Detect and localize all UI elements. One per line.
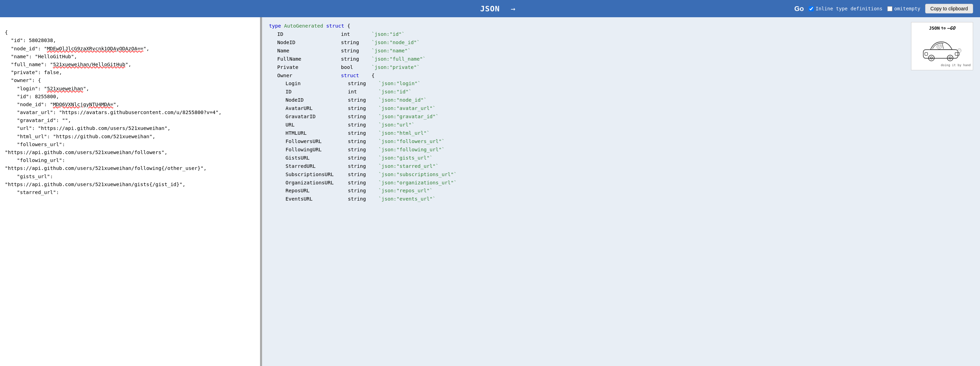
go-tag-nodeid: `json:"node_id"`: [371, 40, 420, 45]
svg-point-13: [960, 50, 960, 50]
json-value: "HelloGitHub": [35, 54, 74, 59]
go-field-organizationsurl: OrganizationsURL: [269, 179, 345, 187]
go-tag-eventsurl: `json:"events_url"`: [378, 196, 436, 201]
json-value: false: [44, 70, 59, 75]
omitempty-checkbox[interactable]: [887, 6, 892, 11]
go-type-string9: string: [348, 129, 375, 138]
go-field-nodeid: NodeID: [269, 39, 338, 47]
go-field-owner-nodeid: NodeID: [269, 96, 345, 105]
go-field-avatarurl: AvatarURL: [269, 105, 345, 113]
go-type-string16: string: [348, 187, 375, 195]
go-field-owner-id: ID: [269, 88, 345, 96]
svg-rect-2: [955, 53, 960, 55]
json-value: "MDQ6VXNlcjgyNTU4MDA=": [50, 102, 116, 107]
json-brace: {: [5, 30, 8, 35]
go-button[interactable]: Go: [794, 5, 804, 13]
go-tag-url: `json:"url"`: [378, 122, 414, 128]
go-type-string17: string: [348, 195, 375, 203]
go-struct-keyword: struct: [326, 23, 344, 29]
go-tag-subscriptionsurl: `json:"subscriptions_url"`: [378, 172, 457, 177]
go-tag-name: `json:"name"`: [371, 48, 411, 54]
inline-type-definitions-label[interactable]: Inline type definitions: [809, 6, 882, 11]
go-type-string4: string: [348, 79, 375, 88]
go-owner-brace: {: [371, 73, 374, 78]
json-value: "https://api.github.com/users/521xueweih…: [38, 125, 167, 131]
header: JSON → Go Inline type definitions omitem…: [0, 0, 980, 17]
go-field-login: Login: [269, 79, 345, 88]
go-tag-gravatarId: `json:"gravatar_id"`: [378, 114, 439, 119]
svg-point-9: [938, 46, 939, 46]
go-tag-starredurl: `json:"starred_url"`: [378, 163, 439, 169]
go-type-int: int: [341, 30, 369, 39]
json-key: "login": [17, 86, 38, 91]
go-type-string14: string: [348, 171, 375, 179]
go-type-string6: string: [348, 105, 375, 113]
json-key: "gists_url": [17, 174, 50, 179]
go-field-gravatarId: GravatarID: [269, 113, 345, 121]
omitempty-label[interactable]: omitempty: [887, 6, 920, 11]
go-tag-gistsurl: `json:"gists_url"`: [378, 155, 433, 161]
go-field-id: ID: [269, 30, 338, 39]
go-type-string3: string: [341, 55, 369, 63]
json-key: "id": [17, 94, 29, 99]
go-tag-followingurl: `json:"following_url"`: [378, 147, 444, 152]
go-tag-owner-nodeid: `json:"node_id"`: [378, 97, 426, 103]
arrow-icon: →: [511, 5, 515, 13]
logo-car-illustration: [916, 34, 968, 63]
go-type-string: string: [341, 39, 369, 47]
go-tag-login: `json:"login"`: [378, 81, 420, 86]
json-value: "521xueweihan": [44, 86, 86, 91]
json-input-panel[interactable]: { "id": 58028038, "node_id": "MDEwOlJlcG…: [0, 17, 262, 366]
json-key: "name": [11, 54, 29, 59]
go-field-subscriptionsurl: SubscriptionsURL: [269, 171, 345, 179]
json-key: "full_name": [11, 62, 44, 67]
copy-to-clipboard-button[interactable]: Copy to clipboard: [925, 4, 973, 13]
go-tag-fullname: `json:"full_name"`: [371, 56, 426, 62]
go-type-keyword: type: [269, 23, 281, 29]
go-type-string15: string: [348, 179, 375, 187]
json-key: "avatar_url": [17, 109, 53, 115]
go-field-owner: Owner: [269, 72, 338, 80]
json-key: "node_id": [17, 102, 44, 107]
json-key: "id": [11, 38, 23, 43]
go-struct-output: type AutoGenerated struct { ID int `json…: [269, 22, 973, 203]
go-type-string7: string: [348, 113, 375, 121]
json-value: "https://github.com/521xueweihan": [53, 134, 153, 139]
go-type-struct: struct: [341, 72, 369, 80]
inline-type-definitions-checkbox[interactable]: [809, 6, 814, 11]
go-field-eventsurl: EventsURL: [269, 195, 345, 203]
go-tag-id: `json:"id"`: [371, 32, 404, 37]
go-field-followersurl: FollowersURL: [269, 138, 345, 146]
json-key: "private": [11, 70, 38, 75]
go-field-gistsurl: GistsURL: [269, 154, 345, 162]
omitempty-label-text: omitempty: [894, 6, 920, 11]
logo-tagline: doing it by hand: [913, 63, 971, 68]
go-field-fullname: FullName: [269, 55, 338, 63]
go-type-string12: string: [348, 154, 375, 162]
page-title: JSON: [480, 5, 500, 13]
svg-point-4: [929, 55, 934, 61]
json-key: "html_url": [17, 134, 47, 139]
go-struct-name: AutoGenerated: [284, 23, 326, 29]
json-key: "gravatar_id": [17, 117, 56, 123]
logo-to-text: to: [941, 25, 945, 32]
json-key: "owner": [11, 78, 32, 83]
json-key: "starred_url": [17, 190, 56, 195]
json-key: "followers_url": [17, 142, 62, 147]
json-value: "https://avatars.githubusercontent.com/u…: [59, 109, 219, 115]
go-type-bool: bool: [341, 63, 369, 72]
json-value: "https://api.github.com/users/521xueweih…: [5, 150, 164, 155]
main-content: { "id": 58028038, "node_id": "MDEwOlJlcG…: [0, 17, 980, 366]
go-field-htmlurl: HTMLURL: [269, 129, 345, 138]
go-type-string8: string: [348, 121, 375, 129]
json-value: "MDEwOlJlcG9zaXRvcnk1ODAyODAzOA==": [44, 46, 146, 51]
json-key: "node_id": [11, 46, 38, 51]
logo-box: JSON to —GO: [911, 22, 973, 70]
json-value: "": [62, 117, 68, 123]
go-field-url: URL: [269, 121, 345, 129]
json-value: "https://api.github.com/users/521xueweih…: [5, 165, 204, 171]
go-field-name: Name: [269, 47, 338, 55]
go-type-string2: string: [341, 47, 369, 55]
logo-go-text: —GO: [947, 24, 955, 32]
go-tag-avatarurl: `json:"avatar_url"`: [378, 105, 436, 111]
